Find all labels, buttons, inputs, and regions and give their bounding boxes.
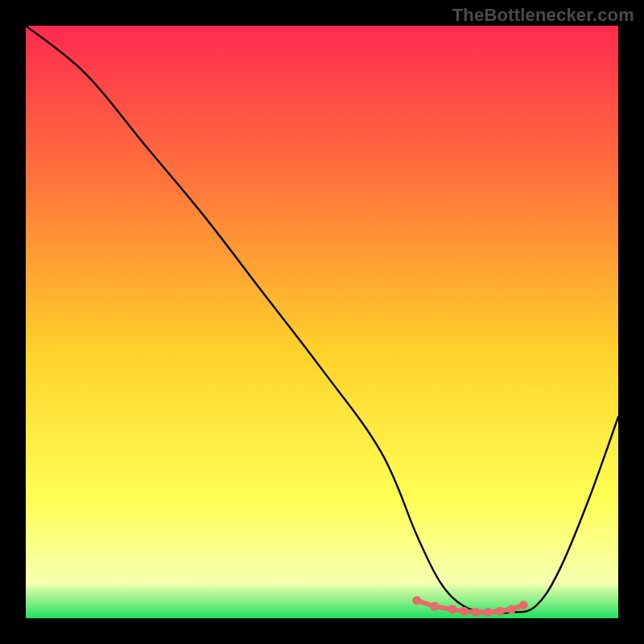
- optimal-range-dot: [484, 608, 493, 617]
- optimal-range-dot: [472, 608, 481, 617]
- optimal-range-dot: [460, 607, 469, 616]
- optimal-range-dot: [430, 602, 439, 611]
- optimal-range-dot: [507, 605, 516, 614]
- watermark-label: TheBottlenecker.com: [452, 5, 634, 26]
- gradient-background: [26, 26, 618, 618]
- optimal-range-dot: [495, 607, 504, 616]
- chart-svg: [26, 26, 618, 618]
- plot-area: [26, 26, 618, 618]
- optimal-range-dot: [448, 605, 456, 614]
- optimal-range-dot: [412, 596, 421, 605]
- chart-frame: TheBottlenecker.com: [0, 0, 644, 644]
- optimal-range-dot: [519, 601, 528, 609]
